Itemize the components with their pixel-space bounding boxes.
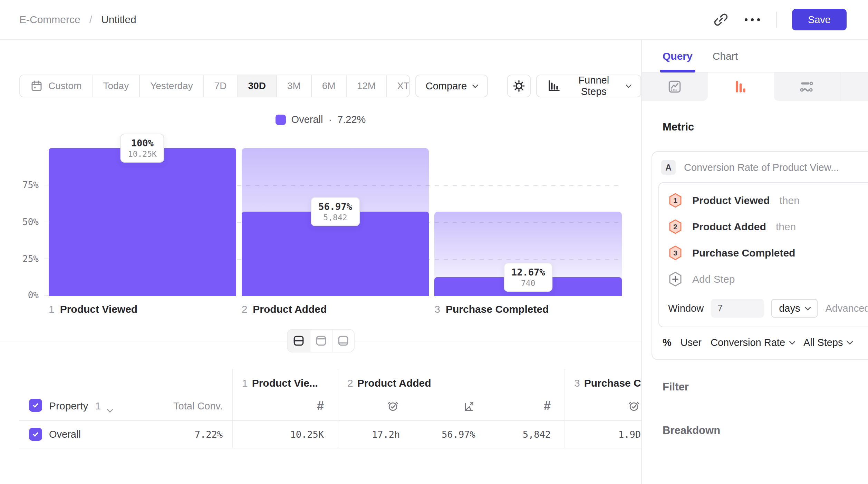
avg-time-icon[interactable] (386, 399, 400, 413)
funnel-step-3[interactable]: 3 Purchase Completed (668, 245, 868, 261)
funnel-step-2[interactable]: 2 Product Added then (668, 219, 868, 235)
query-panel: Query Chart (641, 40, 868, 484)
step-number: 1 (49, 303, 55, 315)
step-event-name: Purchase Completed (692, 247, 795, 259)
column-step-name: Product Vie... (252, 377, 318, 389)
metric-section-title: Metric (663, 121, 868, 133)
legend-value: 7.22% (337, 114, 366, 125)
chart-view-label: Funnel Steps (567, 75, 620, 97)
column-group-product-viewed[interactable]: 1Product Vie... # (232, 369, 338, 420)
date-range-picker: Custom Today Yesterday 7D 30D 3M 6M 12M … (19, 75, 410, 97)
split-view-button[interactable] (288, 330, 310, 352)
chevron-down-icon[interactable] (107, 406, 113, 413)
conv-rate-icon[interactable] (462, 399, 475, 413)
date-range-6m[interactable]: 6M (312, 75, 347, 97)
total-conv-value: 7.22% (195, 429, 223, 440)
count-icon[interactable]: # (544, 399, 551, 413)
select-all-checkbox[interactable] (29, 399, 42, 412)
column-step-name: Product Added (357, 377, 431, 389)
property-selector-label[interactable]: Property (49, 400, 88, 412)
conversion-count: 740 (511, 279, 545, 288)
step-hexagon-badge: 1 (668, 193, 683, 209)
metric-card: A Conversion Rate of Product View... 1 P… (652, 151, 868, 360)
breadcrumb-parent[interactable]: E-Commerce (19, 14, 80, 26)
funnel-bar-purchase-completed[interactable]: 12.67% 740 (434, 148, 622, 296)
chart-settings-button[interactable] (507, 75, 530, 97)
date-range-30d[interactable]: 30D (238, 75, 277, 97)
chevron-down-icon (847, 338, 853, 345)
chart-type-insights[interactable] (642, 72, 708, 101)
date-range-today[interactable]: Today (93, 75, 140, 97)
step-number: 2 (242, 303, 248, 315)
window-value-input[interactable] (711, 299, 764, 318)
chart-only-view-button[interactable] (310, 330, 332, 352)
tab-query[interactable]: Query (663, 50, 693, 72)
funnel-bar-product-viewed[interactable]: 100% 10.25K (49, 148, 236, 296)
date-range-yesterday[interactable]: Yesterday (140, 75, 204, 97)
date-range-xtd[interactable]: XTD (387, 75, 410, 97)
copy-link-button[interactable] (713, 12, 729, 27)
tab-chart[interactable]: Chart (713, 50, 738, 72)
total-conv-header[interactable]: Total Conv. (173, 400, 223, 412)
save-button[interactable]: Save (792, 9, 847, 30)
property-selector-number: 1 (95, 400, 101, 412)
count-icon[interactable]: # (317, 399, 324, 413)
value-label-chip: 56.97% 5,842 (311, 197, 360, 226)
column-group-product-added[interactable]: 2Product Added (338, 369, 565, 420)
row-label: Overall (49, 429, 81, 440)
compare-button[interactable]: Compare (415, 75, 488, 97)
value-label-chip: 100% 10.25K (120, 134, 164, 163)
conversion-count: 10.25K (128, 149, 157, 158)
column-step-number: 1 (242, 377, 248, 389)
chart-legend[interactable]: Overall · 7.22% (0, 114, 641, 125)
add-step-label: Add Step (692, 273, 735, 285)
advanced-toggle[interactable]: Advanced (825, 303, 868, 314)
chevron-down-icon (805, 304, 811, 310)
date-range-custom[interactable]: Custom (20, 75, 93, 97)
legend-swatch (276, 115, 286, 125)
date-range-7d[interactable]: 7D (204, 75, 238, 97)
window-unit-select[interactable]: days (771, 299, 818, 318)
entity-selector[interactable]: User (681, 337, 702, 348)
avg-time-icon[interactable] (627, 399, 641, 413)
column-group-purchase-completed[interactable]: 3Purchase C (565, 369, 641, 420)
funnel-bars-icon (547, 79, 561, 93)
funnel-bar-product-added[interactable]: 56.97% 5,842 (242, 148, 429, 296)
breakdown-section: Breakdown + (663, 424, 868, 437)
date-range-3m[interactable]: 3M (277, 75, 312, 97)
add-step-button[interactable]: Add Step (668, 271, 868, 287)
step-name: Product Added (253, 303, 327, 315)
breadcrumb-current[interactable]: Untitled (101, 14, 136, 26)
table-row-overall[interactable]: Overall 7.22% 10.25K 17.2h 56.97% 5,842 … (19, 421, 641, 448)
split-view-icon (292, 334, 306, 348)
metric-summary-row[interactable]: A Conversion Rate of Product View... (652, 152, 868, 182)
table-header: Property 1 Total Conv. 1Product Vie... # (19, 369, 641, 421)
percent-icon: % (663, 337, 672, 348)
metric-title: Conversion Rate of Product View... (684, 162, 839, 173)
cell-group-1: 10.25K (232, 421, 338, 448)
insights-line-chart-icon (667, 79, 683, 95)
funnel-step-1[interactable]: 1 Product Viewed then (668, 193, 868, 209)
date-range-12m[interactable]: 12M (347, 75, 387, 97)
conversion-bar (49, 148, 236, 296)
chart-view-selector[interactable]: Funnel Steps (536, 75, 641, 97)
step-axis-labels: 1 Product Viewed 2 Product Added 3 Purch… (49, 303, 622, 315)
legend-separator: · (328, 114, 332, 125)
conversion-count: 5,842 (318, 213, 352, 222)
layout-toggle-group (287, 329, 355, 352)
steps-scope-selector[interactable]: All Steps (803, 337, 852, 348)
chart-type-flows[interactable] (774, 72, 840, 101)
cell-group-2: 17.2h 56.97% 5,842 (338, 421, 565, 448)
row-label-cell: Overall 7.22% (19, 421, 232, 448)
top-actions: Save (713, 9, 847, 30)
row-checkbox[interactable] (29, 428, 42, 441)
chart-type-funnel[interactable] (708, 72, 774, 101)
step-hexagon-badge: 2 (668, 219, 683, 235)
breadcrumb: E-Commerce / Untitled (19, 14, 136, 26)
funnel-report-app: E-Commerce / Untitled (0, 0, 868, 484)
table-only-view-button[interactable] (332, 330, 354, 352)
chart-type-more[interactable] (840, 72, 868, 101)
measurement-selector[interactable]: Conversion Rate (711, 337, 794, 348)
more-menu-button[interactable] (744, 18, 761, 22)
dots-grid-icon (865, 79, 868, 95)
